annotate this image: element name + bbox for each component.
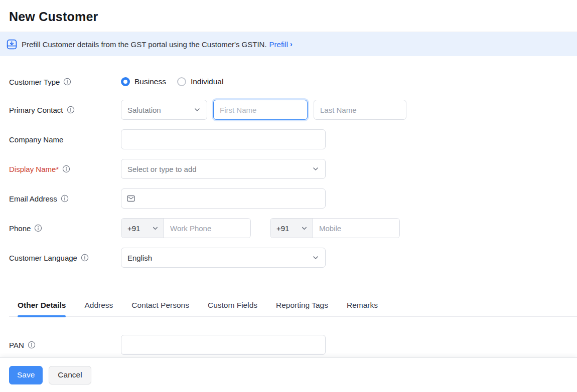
prefill-link[interactable]: Prefill <box>269 40 288 49</box>
detail-tabs: Other Details Address Contact Persons Cu… <box>9 296 577 317</box>
customer-language-label: Customer Language <box>9 254 77 262</box>
customer-type-label: Customer Type <box>9 78 60 86</box>
pan-row: PAN <box>9 335 577 355</box>
company-name-row: Company Name <box>9 129 577 149</box>
chevron-down-icon <box>152 225 159 232</box>
radio-business-label: Business <box>134 77 166 86</box>
info-icon[interactable] <box>81 254 89 262</box>
radio-individual-dot[interactable] <box>177 77 186 86</box>
footer-action-bar: Save Cancel <box>0 357 577 392</box>
customer-type-row: Customer Type Business Individual <box>9 77 577 86</box>
first-name-input[interactable] <box>213 100 308 120</box>
chevron-down-icon <box>312 254 319 261</box>
email-label: Email Address <box>9 194 57 203</box>
display-name-select[interactable]: Select or type to add <box>121 159 326 179</box>
cancel-button[interactable]: Cancel <box>49 366 91 384</box>
info-icon[interactable] <box>28 341 36 349</box>
customer-language-select[interactable]: English <box>121 248 326 268</box>
chevron-down-icon <box>301 225 308 232</box>
envelope-icon <box>126 194 135 205</box>
radio-business[interactable]: Business <box>121 77 166 86</box>
save-button[interactable]: Save <box>9 366 43 384</box>
company-name-label: Company Name <box>9 135 63 144</box>
salutation-select[interactable]: Salutation <box>121 100 207 120</box>
page-header: New Customer <box>0 0 577 32</box>
customer-form: Customer Type Business Individual Primar… <box>0 56 577 355</box>
tab-remarks[interactable]: Remarks <box>347 296 378 316</box>
primary-contact-label: Primary Contact <box>9 106 63 114</box>
info-icon[interactable] <box>63 78 71 86</box>
email-input[interactable] <box>121 188 326 209</box>
email-row: Email Address <box>9 188 577 209</box>
pan-label: PAN <box>9 341 24 349</box>
prefill-arrow-icon[interactable]: › <box>290 40 293 48</box>
radio-business-dot[interactable] <box>121 77 130 86</box>
tab-contact-persons[interactable]: Contact Persons <box>131 296 189 316</box>
company-name-input[interactable] <box>121 129 326 149</box>
salutation-value: Salutation <box>127 106 161 114</box>
phone-label: Phone <box>9 224 31 233</box>
info-icon[interactable] <box>67 106 75 114</box>
mobile-phone-group: +91 <box>270 218 400 238</box>
primary-contact-row: Primary Contact Salutation <box>9 100 577 120</box>
pan-input[interactable] <box>121 335 326 355</box>
customer-language-value: English <box>127 254 152 262</box>
mobile-country-code: +91 <box>276 224 289 233</box>
phone-row: Phone +91 +91 <box>9 218 577 238</box>
last-name-input[interactable] <box>314 100 406 120</box>
info-icon[interactable] <box>62 165 70 173</box>
display-name-label: Display Name* <box>9 165 59 173</box>
display-name-row: Display Name* Select or type to add <box>9 159 577 179</box>
tab-reporting-tags[interactable]: Reporting Tags <box>276 296 328 316</box>
tab-custom-fields[interactable]: Custom Fields <box>208 296 257 316</box>
work-phone-country-code: +91 <box>127 224 140 233</box>
import-icon <box>7 39 17 50</box>
chevron-down-icon <box>194 106 201 113</box>
work-phone-country-code-select[interactable]: +91 <box>121 219 164 238</box>
info-icon[interactable] <box>61 194 69 203</box>
tab-other-details[interactable]: Other Details <box>18 296 66 316</box>
display-name-placeholder: Select or type to add <box>127 165 197 173</box>
tab-address[interactable]: Address <box>84 296 113 316</box>
radio-individual[interactable]: Individual <box>177 77 224 86</box>
gst-prefill-banner: Prefill Customer details from the GST po… <box>0 32 577 56</box>
email-field-wrap <box>121 188 326 209</box>
mobile-input[interactable] <box>313 219 399 238</box>
new-customer-page: New Customer Prefill Customer details fr… <box>0 0 577 392</box>
page-title: New Customer <box>9 10 565 24</box>
work-phone-group: +91 <box>121 218 251 238</box>
customer-language-row: Customer Language English <box>9 248 577 268</box>
work-phone-input[interactable] <box>164 219 250 238</box>
mobile-country-code-select[interactable]: +91 <box>270 219 313 238</box>
banner-text: Prefill Customer details from the GST po… <box>22 40 267 49</box>
radio-individual-label: Individual <box>191 77 224 86</box>
info-icon[interactable] <box>34 224 42 232</box>
chevron-down-icon <box>312 165 319 172</box>
